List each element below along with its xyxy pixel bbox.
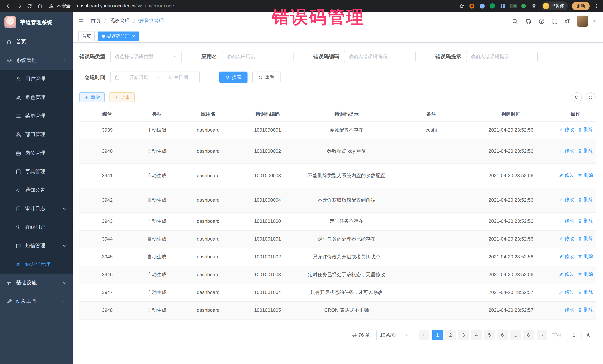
extension-icon-switch[interactable] bbox=[510, 3, 516, 9]
sidebar-item-post-mgmt[interactable]: 岗位管理 bbox=[0, 144, 73, 162]
page-5-button[interactable]: 5 bbox=[484, 330, 495, 340]
bookmark-star-icon[interactable] bbox=[459, 3, 464, 9]
refresh-icon bbox=[588, 95, 593, 100]
extension-icon-green[interactable] bbox=[521, 3, 527, 9]
error-message-field[interactable] bbox=[466, 51, 538, 62]
home-button[interactable] bbox=[35, 1, 45, 11]
page-more-button[interactable]: ... bbox=[510, 330, 521, 340]
font-size-icon[interactable]: tT bbox=[565, 18, 570, 24]
browser-profile-chip[interactable]: 已暂停 bbox=[541, 1, 568, 10]
sidebar-item-dict-mgmt[interactable]: 字典管理 bbox=[0, 162, 73, 181]
delete-link[interactable]: 删除 bbox=[578, 196, 593, 203]
sidebar-item-audit-log[interactable]: 审计日志 bbox=[0, 199, 73, 218]
kebab-menu-icon[interactable] bbox=[594, 3, 599, 9]
forward-button[interactable] bbox=[14, 1, 24, 11]
delete-link[interactable]: 删除 bbox=[578, 147, 593, 154]
sidebar-item-label: 在线用户 bbox=[25, 224, 45, 231]
code-icon bbox=[16, 262, 21, 267]
error-code-input[interactable] bbox=[348, 54, 411, 59]
sidebar-item-dev-tools[interactable]: 研发工具 bbox=[0, 292, 73, 311]
breadcrumb-system[interactable]: 系统管理 bbox=[109, 18, 130, 24]
tab-home[interactable]: 首页 bbox=[78, 32, 95, 41]
browser-update-button[interactable]: 更新 bbox=[572, 2, 590, 10]
error-type-input[interactable] bbox=[115, 54, 171, 59]
page-2-button[interactable]: 2 bbox=[445, 330, 456, 340]
edit-link[interactable]: 修改 bbox=[559, 196, 574, 203]
fullscreen-icon[interactable] bbox=[552, 18, 558, 24]
error-message-input[interactable] bbox=[471, 54, 533, 59]
error-code-field[interactable] bbox=[344, 51, 416, 62]
delete-link[interactable]: 删除 bbox=[578, 235, 593, 243]
app-name-field[interactable] bbox=[222, 51, 293, 62]
sidebar-item-online-user[interactable]: 在线用户 bbox=[0, 218, 73, 236]
sidebar-item-error-code[interactable]: 错误码管理 bbox=[0, 255, 73, 274]
edit-link[interactable]: 修改 bbox=[559, 253, 574, 260]
app-name-input[interactable] bbox=[226, 54, 289, 59]
reload-button[interactable] bbox=[24, 1, 34, 11]
extension-icon-grid[interactable] bbox=[500, 3, 506, 9]
export-button[interactable]: 导出 bbox=[109, 92, 135, 102]
cell-remark: ceshi bbox=[396, 121, 466, 139]
sidebar-item-system[interactable]: 系统管理 bbox=[0, 51, 73, 70]
delete-link[interactable]: 删除 bbox=[578, 126, 593, 133]
edit-link[interactable]: 修改 bbox=[559, 271, 574, 278]
reset-button[interactable]: 重置 bbox=[252, 72, 280, 83]
next-page-button[interactable] bbox=[537, 330, 547, 340]
sidebar-item-infra[interactable]: 基础设施 bbox=[0, 274, 73, 292]
search-icon[interactable] bbox=[512, 18, 518, 24]
delete-link[interactable]: 删除 bbox=[578, 271, 593, 278]
cell-error-code: 1001001003 bbox=[238, 266, 297, 284]
delete-link[interactable]: 删除 bbox=[578, 253, 593, 260]
delete-link[interactable]: 删除 bbox=[578, 172, 593, 179]
delete-link[interactable]: 删除 bbox=[578, 217, 593, 225]
tab-error-code[interactable]: 错误码管理 bbox=[98, 32, 139, 41]
edit-link[interactable]: 修改 bbox=[559, 217, 574, 225]
start-date-input[interactable] bbox=[122, 75, 156, 80]
sidebar-item-dept-mgmt[interactable]: 部门管理 bbox=[0, 125, 73, 144]
search-button[interactable]: 搜索 bbox=[219, 72, 247, 83]
extension-icon-blue[interactable] bbox=[479, 3, 485, 9]
toggle-search-button[interactable] bbox=[572, 92, 582, 102]
sidebar-item-home[interactable]: 首页 bbox=[0, 33, 73, 51]
date-range-picker[interactable]: - bbox=[110, 72, 200, 83]
error-type-select[interactable] bbox=[110, 51, 182, 62]
hamburger-icon[interactable] bbox=[78, 18, 84, 24]
address-bar[interactable]: 不安全 dashboard.yudao.iocoder.cn/system/er… bbox=[49, 1, 454, 11]
page-size-select[interactable]: 10条/页 bbox=[376, 330, 412, 340]
back-button[interactable] bbox=[4, 1, 13, 11]
sidebar-item-notice[interactable]: 通知公告 bbox=[0, 181, 73, 199]
sidebar-item-menu-mgmt[interactable]: 菜单管理 bbox=[0, 107, 73, 125]
extension-icon-recorder[interactable] bbox=[468, 3, 475, 9]
app-logo[interactable]: 芋道管理系统 bbox=[0, 12, 73, 33]
jump-page-input[interactable] bbox=[567, 330, 581, 340]
end-date-input[interactable] bbox=[162, 75, 195, 80]
edit-link[interactable]: 修改 bbox=[559, 147, 574, 154]
edit-link[interactable]: 修改 bbox=[559, 235, 574, 243]
delete-link[interactable]: 删除 bbox=[578, 306, 593, 314]
edit-link[interactable]: 修改 bbox=[559, 126, 574, 133]
extension-icon-check[interactable]: ✓ bbox=[489, 3, 496, 9]
help-icon[interactable] bbox=[538, 18, 545, 24]
delete-link[interactable]: 删除 bbox=[578, 288, 593, 296]
sidebar-item-user-mgmt[interactable]: 用户管理 bbox=[0, 70, 73, 88]
page-3-button[interactable]: 3 bbox=[458, 330, 469, 340]
page-1-button[interactable]: 1 bbox=[432, 330, 443, 340]
edit-link[interactable]: 修改 bbox=[559, 288, 574, 296]
page-6-button[interactable]: 6 bbox=[497, 330, 508, 340]
add-button[interactable]: 新增 bbox=[79, 92, 105, 102]
prev-page-button[interactable] bbox=[418, 330, 429, 340]
cell-error-message: 参数配置不存在 bbox=[297, 121, 396, 139]
edit-link[interactable]: 修改 bbox=[559, 306, 574, 314]
refresh-table-button[interactable] bbox=[586, 92, 596, 102]
page-8-button[interactable]: 8 bbox=[523, 330, 533, 340]
edit-link[interactable]: 修改 bbox=[559, 172, 574, 179]
close-icon[interactable] bbox=[132, 34, 135, 38]
breadcrumb-home[interactable]: 首页 bbox=[91, 18, 101, 24]
user-avatar[interactable] bbox=[577, 16, 588, 27]
caret-down-icon[interactable] bbox=[591, 18, 598, 24]
sidebar-item-sms-mgmt[interactable]: 短信管理 bbox=[0, 236, 73, 255]
sidebar-item-role-mgmt[interactable]: 角色管理 bbox=[0, 88, 73, 107]
extension-icon-pin[interactable] bbox=[531, 3, 537, 9]
page-4-button[interactable]: 4 bbox=[471, 330, 482, 340]
github-icon[interactable] bbox=[525, 18, 531, 24]
